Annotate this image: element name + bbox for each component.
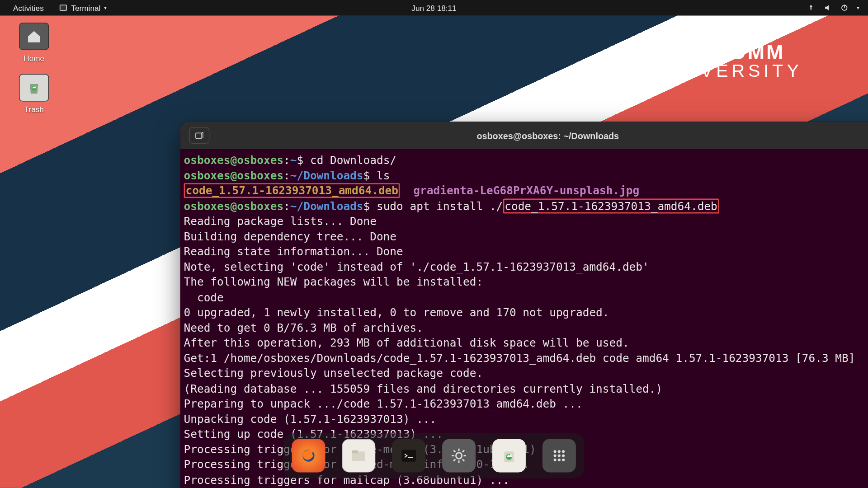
dock bbox=[283, 433, 584, 479]
brand-line1: SEDICOMM bbox=[659, 42, 802, 62]
svg-rect-15 bbox=[402, 450, 416, 462]
dock-firefox[interactable] bbox=[292, 439, 326, 473]
svg-rect-1 bbox=[61, 5, 66, 10]
svg-rect-16 bbox=[408, 457, 413, 458]
new-tab-button[interactable] bbox=[189, 127, 209, 144]
svg-point-22 bbox=[562, 450, 565, 453]
svg-point-21 bbox=[558, 450, 561, 453]
brand-line2: UNIVERSITY bbox=[659, 62, 802, 80]
chevron-down-icon: ▾ bbox=[104, 5, 107, 11]
svg-point-4 bbox=[32, 86, 37, 91]
volume-icon[interactable] bbox=[823, 4, 831, 12]
svg-rect-5 bbox=[196, 133, 202, 138]
dock-show-applications[interactable] bbox=[542, 439, 576, 473]
power-icon[interactable] bbox=[840, 4, 848, 12]
svg-point-27 bbox=[558, 459, 561, 461]
svg-point-24 bbox=[558, 455, 561, 457]
gnome-top-bar: Activities Terminal ▾ Jun 28 18:11 ▾ bbox=[0, 0, 868, 15]
desktop-home-icon[interactable]: Home bbox=[13, 23, 55, 62]
dock-settings[interactable] bbox=[442, 439, 476, 473]
svg-rect-3 bbox=[844, 5, 844, 8]
clock[interactable]: Jun 28 18:11 bbox=[411, 3, 456, 12]
desktop-trash-icon[interactable]: Trash bbox=[13, 74, 55, 114]
network-icon[interactable] bbox=[807, 4, 815, 12]
activities-button[interactable]: Activities bbox=[11, 1, 46, 14]
highlighted-deb-file: code_1.57.1-1623937013_amd64.deb bbox=[186, 184, 398, 197]
brand-mark-icon bbox=[605, 43, 645, 79]
dock-files[interactable] bbox=[342, 439, 376, 473]
desktop-home-label: Home bbox=[13, 54, 55, 63]
svg-point-28 bbox=[562, 459, 565, 461]
svg-point-26 bbox=[554, 459, 557, 461]
terminal-titlebar[interactable]: osboxes@osboxes: ~/Downloads bbox=[180, 122, 868, 149]
svg-point-23 bbox=[554, 455, 557, 457]
ls-image-file: gradienta-LeG68PrXA6Y-unsplash.jpg bbox=[413, 184, 639, 197]
highlighted-install-arg: code_1.57.1-1623937013_amd64.deb bbox=[505, 200, 717, 212]
terminal-app-icon bbox=[59, 4, 67, 12]
svg-point-17 bbox=[456, 453, 462, 459]
dock-trash[interactable] bbox=[492, 439, 526, 473]
svg-rect-14 bbox=[352, 450, 358, 454]
desktop-brand-logo: SEDICOMM UNIVERSITY bbox=[605, 42, 802, 80]
chevron-down-icon[interactable]: ▾ bbox=[857, 5, 860, 11]
terminal-title: osboxes@osboxes: ~/Downloads bbox=[212, 130, 868, 140]
svg-point-25 bbox=[562, 455, 565, 457]
app-menu[interactable]: Terminal ▾ bbox=[57, 1, 109, 14]
app-menu-label: Terminal bbox=[71, 3, 100, 12]
svg-point-20 bbox=[554, 450, 557, 453]
dock-terminal[interactable] bbox=[392, 439, 426, 473]
desktop-trash-label: Trash bbox=[13, 105, 55, 114]
